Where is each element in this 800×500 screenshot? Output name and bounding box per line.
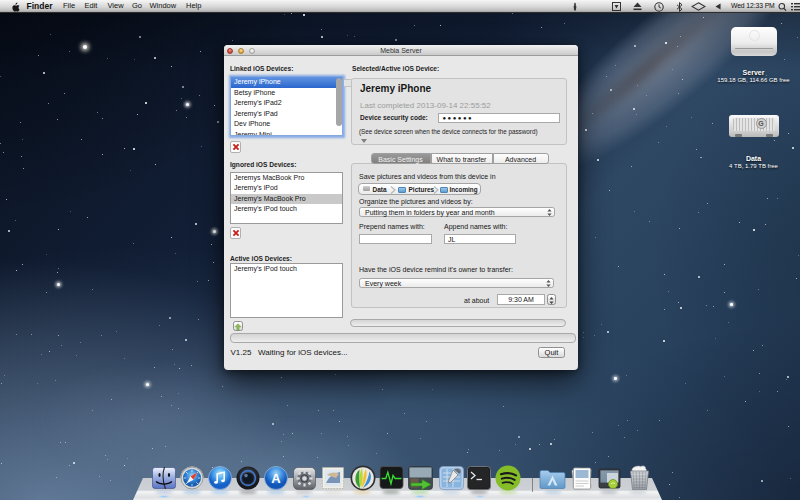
svg-text:A: A: [271, 471, 281, 486]
